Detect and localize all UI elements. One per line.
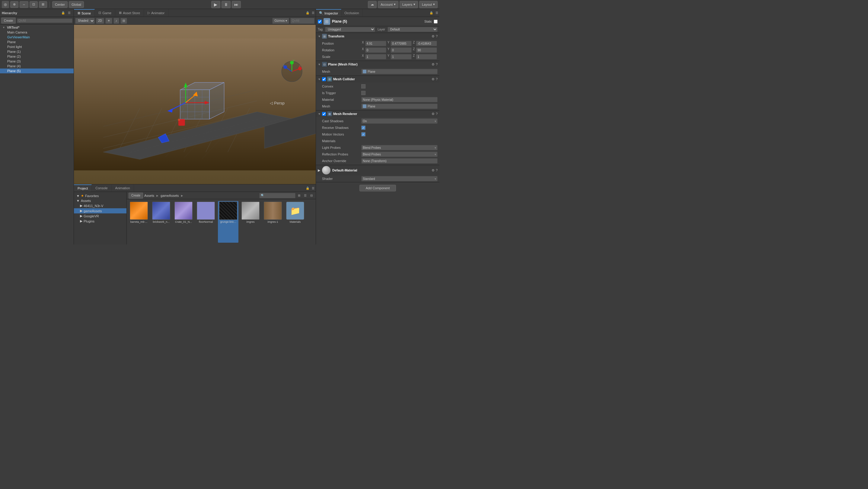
assets-view-btn1[interactable]: ⊞ <box>297 193 302 197</box>
tag-select[interactable]: Untagged <box>325 27 375 32</box>
tree-item-plane2[interactable]: Plane (2) <box>0 54 74 59</box>
light-probes-dropdown[interactable]: Blend Probes <box>361 145 438 150</box>
meshcollider-settings[interactable]: ⚙ <box>432 77 435 81</box>
asset-barreta[interactable]: barreta_m9-... <box>129 201 149 243</box>
tab-animation[interactable]: Animation <box>112 184 134 192</box>
meshcollider-enable[interactable] <box>322 77 326 81</box>
meshfilter-settings[interactable]: ⚙ <box>432 62 435 66</box>
scale-y-field[interactable] <box>391 54 412 59</box>
hierarchy-create-btn[interactable]: Create <box>1 18 16 24</box>
asset-materials[interactable]: 📁 Materials <box>285 201 305 243</box>
pos-z-field[interactable] <box>416 41 437 46</box>
path-assets[interactable]: Assets <box>144 194 154 197</box>
asset-floornormal[interactable]: floorNormal <box>195 201 216 243</box>
tree-item-gvr[interactable]: GvrViewerMain <box>0 35 74 39</box>
scene-menu-btn[interactable]: ☰ <box>311 11 316 15</box>
meshcollider-help[interactable]: ? <box>436 77 438 81</box>
mc-mesh-ref[interactable]: Plane <box>361 103 438 109</box>
project-gameassets[interactable]: ▶ gameAssets <box>74 208 126 213</box>
tool-rotate[interactable]: ⊡ <box>30 1 38 8</box>
inspector-lock-btn[interactable]: 🔒 <box>428 11 434 15</box>
tab-occlusion[interactable]: Occlusion <box>341 9 362 17</box>
layout-dropdown[interactable]: Layout ▾ <box>419 1 438 8</box>
path-gameassets[interactable]: gameAssets <box>161 194 179 197</box>
meshrenderer-enable[interactable] <box>322 112 326 116</box>
scene-search[interactable] <box>290 18 314 24</box>
meshrenderer-settings[interactable]: ⚙ <box>432 112 435 116</box>
cast-shadows-dropdown[interactable]: On <box>361 118 438 124</box>
asset-imgres[interactable]: imgres <box>240 201 261 243</box>
project-46411[interactable]: ▶ 46411_N3r-V <box>74 203 126 208</box>
tool-move[interactable]: ⊕ <box>10 1 19 8</box>
tree-item-plane4[interactable]: Plane (4) <box>0 64 74 68</box>
convex-checkbox[interactable] <box>361 84 366 88</box>
center-btn[interactable]: Center <box>52 1 68 8</box>
section-meshcollider-header[interactable]: ▼ ⊞ Mesh Collider ⚙ ? <box>316 76 439 83</box>
global-btn[interactable]: Global <box>69 1 84 8</box>
assets-view-btn2[interactable]: ☰ <box>303 193 308 197</box>
asset-brickwork[interactable]: brickwork_n... <box>151 201 172 243</box>
assets-create-btn[interactable]: Create <box>129 192 143 198</box>
project-plugins[interactable]: ▶ Plugins <box>74 218 126 224</box>
scene-viewport[interactable]: X Y Z ◁ Persp <box>74 25 316 184</box>
cloud-btn[interactable]: ☁ <box>368 1 377 8</box>
step-button[interactable]: ⏭ <box>232 1 241 8</box>
tree-item-point-light[interactable]: Point light <box>0 44 74 49</box>
motion-vectors-checkbox[interactable]: ✓ <box>361 132 366 136</box>
tool-translate[interactable]: ↔ <box>20 1 28 8</box>
scale-x-field[interactable] <box>365 54 386 59</box>
tab-project[interactable]: Project <box>74 184 92 192</box>
inspector-menu-btn[interactable]: ☰ <box>434 11 439 15</box>
mode-2d-btn[interactable]: 2D <box>96 18 104 24</box>
material-ref[interactable]: None (Physic Material) <box>361 97 438 102</box>
tree-item-plane1[interactable]: Plane (1) <box>0 49 74 54</box>
rot-y-field[interactable] <box>391 48 412 53</box>
shading-select[interactable]: Shaded <box>75 18 95 24</box>
scene-lock-btn[interactable]: 🔒 <box>305 11 311 15</box>
tab-game[interactable]: ⊡ Game <box>95 9 115 17</box>
add-component-btn[interactable]: Add Component <box>360 185 396 191</box>
mf-mesh-ref[interactable]: Plane <box>361 69 438 74</box>
tree-item-main-camera[interactable]: Main Camera <box>0 30 74 35</box>
project-lock-btn[interactable]: 🔒 <box>305 186 311 190</box>
material-help[interactable]: ? <box>436 169 438 172</box>
project-assets[interactable]: ▼ Assets <box>74 198 126 203</box>
gizmos-btn[interactable]: Gizmos ▾ <box>272 18 289 24</box>
section-meshrenderer-header[interactable]: ▼ ⊠ Mesh Renderer ⚙ ? <box>316 111 439 117</box>
tree-item-root[interactable]: ▼ VRTest* <box>0 25 74 30</box>
assets-view-btn3[interactable]: ⊟ <box>309 193 314 197</box>
transform-settings[interactable]: ⚙ <box>432 34 435 38</box>
section-meshfilter-header[interactable]: ▼ ⊟ Plane (Mesh Filter) ⚙ ? <box>316 61 439 68</box>
section-transform-header[interactable]: ▼ ⊞ Transform ⚙ ? <box>316 33 439 39</box>
tab-animator[interactable]: ▷ Animator <box>144 9 168 17</box>
tool-scale[interactable]: ⊞ <box>39 1 47 8</box>
anchor-override-ref[interactable]: None (Transform) <box>361 158 438 163</box>
pause-button[interactable]: ⏸ <box>221 1 230 8</box>
audio-btn[interactable]: ♪ <box>114 18 119 24</box>
material-header[interactable]: ▶ Default-Material ⚙ ? <box>316 165 439 175</box>
hierarchy-menu[interactable]: ☰ <box>67 11 72 15</box>
tree-item-plane[interactable]: Plane <box>0 39 74 44</box>
hierarchy-search-input[interactable] <box>17 19 72 23</box>
trigger-checkbox[interactable] <box>361 91 366 95</box>
hierarchy-lock[interactable]: 🔒 <box>60 11 66 15</box>
asset-imgres1[interactable]: imgres-1 <box>262 201 283 243</box>
project-favorites[interactable]: ▼ ★ Favorites <box>74 193 126 198</box>
receive-shadows-checkbox[interactable]: ✓ <box>361 126 366 130</box>
account-dropdown[interactable]: Account ▾ <box>378 1 398 8</box>
meshrenderer-help[interactable]: ? <box>436 112 438 116</box>
project-menu-btn[interactable]: ☰ <box>311 186 316 190</box>
obj-active-checkbox[interactable] <box>318 20 322 24</box>
play-button[interactable]: ▶ <box>211 1 220 8</box>
rot-x-field[interactable] <box>365 48 386 53</box>
meshfilter-help[interactable]: ? <box>436 62 438 66</box>
pos-x-field[interactable] <box>365 41 386 46</box>
layers-dropdown[interactable]: Layers ▾ <box>400 1 418 8</box>
tab-console[interactable]: Console <box>92 184 112 192</box>
material-settings[interactable]: ⚙ <box>432 169 435 172</box>
asset-grunge[interactable]: grunge-bric... <box>218 201 239 243</box>
assets-search-input[interactable] <box>259 193 296 198</box>
asset-crate[interactable]: Crate_01_N... <box>173 201 194 243</box>
tree-item-plane3[interactable]: Plane (3) <box>0 59 74 64</box>
static-checkbox[interactable] <box>434 20 438 24</box>
